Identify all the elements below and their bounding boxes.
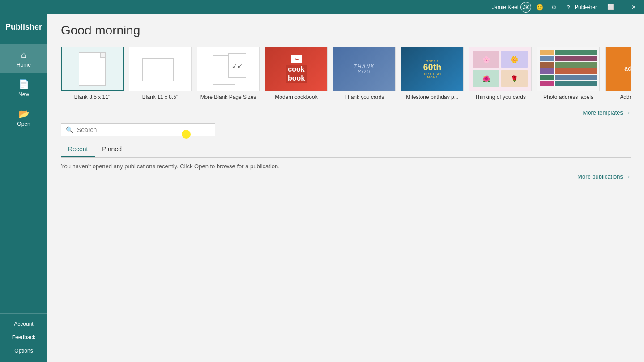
template-label-photolabels: Photo address labels [543, 94, 593, 100]
more-templates-link[interactable]: More templates → [583, 109, 631, 116]
template-blank-11x8[interactable]: Blank 11 x 8.5" [129, 47, 192, 100]
more-templates-row: More templates → [61, 109, 631, 116]
sidebar: Publisher ⌂ Home 📄 New 📂 Open Account Fe… [0, 14, 47, 362]
template-modern-cookbook[interactable]: the cook book Modern cookbook [265, 47, 328, 100]
tab-pinned-label: Pinned [102, 145, 122, 153]
search-box: 🔍 [61, 123, 215, 136]
template-thumb-blank-8x11 [61, 47, 124, 91]
help-icon[interactable]: ? [564, 3, 573, 12]
new-icon: 📄 [18, 79, 30, 89]
sidebar-bottom: Account Feedback Options [0, 313, 47, 362]
tab-pinned[interactable]: Pinned [95, 142, 129, 157]
restore-button[interactable]: ⬜ [600, 0, 621, 14]
template-thumb-blank-11x8 [129, 47, 192, 91]
options-label: Options [14, 348, 33, 354]
template-address-book[interactable]: theaddressbook Address book [605, 47, 631, 100]
tab-recent[interactable]: Recent [61, 142, 95, 157]
template-thumb-thinking: 🌸 🌼 🌺 🌹 [469, 47, 532, 91]
titlebar: Publisher Jamie Keet JK 🙂 ⚙ ? — ⬜ ✕ [0, 0, 644, 14]
home-icon: ⌂ [21, 50, 26, 60]
sidebar-item-options[interactable]: Options [0, 344, 47, 358]
thinking-visual: 🌸 🌼 🌺 🌹 [469, 47, 531, 91]
template-thumb-more-blank: ↙↙ [197, 47, 260, 91]
search-input[interactable] [77, 126, 210, 133]
template-thumb-cookbook: the cook book [265, 47, 328, 91]
template-thumb-milestone: Happy 60th Birthday MOM! [401, 47, 464, 91]
sidebar-item-open[interactable]: 📂 Open [0, 103, 47, 132]
template-label-more-blank: More Blank Page Sizes [200, 94, 256, 100]
sidebar-item-open-label: Open [17, 121, 30, 127]
template-photo-labels[interactable]: Photo address labels [537, 47, 600, 100]
template-label-thankyou: Thank you cards [345, 94, 384, 100]
greeting-heading: Good morning [61, 23, 631, 38]
sidebar-logo: Publisher [0, 19, 47, 35]
more-publications-row: More publications → [61, 173, 631, 180]
sidebar-item-home[interactable]: ⌂ Home [0, 44, 47, 73]
app-title: Publisher [575, 4, 597, 10]
template-thumb-thankyou: THANK YOU [333, 47, 396, 91]
more-publications-arrow-icon: → [625, 173, 631, 180]
settings-icon[interactable]: ⚙ [550, 3, 559, 12]
sidebar-item-feedback[interactable]: Feedback [0, 331, 47, 344]
template-label-blank-8x11: Blank 8.5 x 11" [74, 94, 110, 100]
template-label-milestone: Milestone birthday p... [406, 94, 458, 100]
milestone-visual: Happy 60th Birthday MOM! [401, 47, 463, 91]
template-label-addressbook: Address book [620, 94, 631, 100]
more-templates-arrow-icon: → [625, 109, 631, 116]
template-thumb-addressbook: theaddressbook [605, 47, 631, 91]
photolabels-visual [537, 47, 599, 91]
account-label: Account [14, 321, 33, 327]
cookbook-visual: the cook book [265, 47, 327, 91]
smiley-icon[interactable]: 🙂 [535, 3, 544, 12]
sidebar-item-account[interactable]: Account [0, 317, 47, 331]
avatar[interactable]: JK [520, 2, 531, 13]
open-icon: 📂 [18, 108, 30, 119]
blank-page-portrait-icon [79, 52, 106, 86]
app-body: Publisher ⌂ Home 📄 New 📂 Open Account Fe… [0, 14, 644, 362]
template-label-cookbook: Modern cookbook [275, 94, 317, 100]
tabs-row: Recent Pinned [61, 142, 631, 158]
sidebar-item-new[interactable]: 📄 New [0, 73, 47, 103]
more-publications-label: More publications [577, 173, 623, 180]
template-milestone[interactable]: Happy 60th Birthday MOM! Milestone birth… [401, 47, 464, 100]
template-thinking[interactable]: 🌸 🌼 🌺 🌹 Thinking of you cards [469, 47, 532, 100]
user-name: Jamie Keet [492, 4, 519, 10]
more-templates-label: More templates [583, 109, 623, 116]
template-thank-you[interactable]: THANK YOU Thank you cards [333, 47, 396, 100]
close-button[interactable]: ✕ [623, 0, 644, 14]
sidebar-item-new-label: New [18, 91, 29, 98]
template-blank-8x11[interactable]: Blank 8.5 x 11" [61, 47, 124, 100]
search-icon: 🔍 [66, 126, 73, 133]
tab-recent-label: Recent [68, 145, 88, 153]
main-content: Good morning Blank 8.5 x 11" Blank 11 x … [47, 14, 644, 362]
template-label-blank-11x8: Blank 11 x 8.5" [142, 94, 178, 100]
empty-publications-message: You haven't opened any publications rece… [61, 163, 631, 170]
more-publications-link[interactable]: More publications → [577, 173, 631, 180]
addressbook-visual: theaddressbook [606, 47, 631, 91]
template-more-blank[interactable]: ↙↙ More Blank Page Sizes [197, 47, 260, 100]
template-label-thinking: Thinking of you cards [475, 94, 526, 100]
feedback-label: Feedback [12, 334, 36, 341]
user-info: Jamie Keet JK [492, 2, 531, 13]
templates-row: Blank 8.5 x 11" Blank 11 x 8.5" ↙↙ [61, 47, 631, 100]
search-section: 🔍 [61, 123, 631, 136]
sidebar-item-home-label: Home [17, 62, 31, 68]
thankyou-visual: THANK YOU [333, 47, 395, 91]
template-thumb-photolabels [537, 47, 600, 91]
